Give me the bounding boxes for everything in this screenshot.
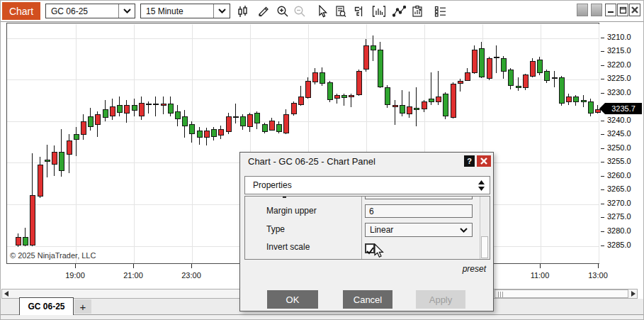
- price-tick: [601, 231, 604, 232]
- draw-line-icon[interactable]: [392, 4, 407, 18]
- candle-wick: [496, 45, 497, 73]
- window-link-button-2[interactable]: [591, 4, 602, 16]
- candle: [400, 105, 405, 114]
- price-tick: [601, 79, 604, 79]
- add-tab-button[interactable]: +: [74, 299, 91, 314]
- price-tick: [601, 38, 604, 38]
- candle-wick: [554, 71, 555, 87]
- price-tick-label: 3275.0: [607, 212, 631, 221]
- margin-upper-label: Margin upper: [266, 206, 317, 216]
- dialog-close-icon[interactable]: [477, 155, 491, 167]
- cursor-icon[interactable]: [315, 4, 329, 18]
- candle: [52, 152, 57, 165]
- time-tick-label: 11:00: [524, 271, 555, 280]
- price-tick-label: 3255.0: [607, 157, 631, 165]
- properties-section-header[interactable]: Properties: [244, 176, 490, 194]
- candle: [341, 95, 347, 98]
- candle: [30, 195, 35, 245]
- window-link-button-1[interactable]: [577, 4, 588, 16]
- toolbar: Chart GC 06-25 15 Minute: [1, 1, 644, 22]
- thumb-grip: [500, 292, 501, 297]
- candle: [124, 105, 130, 114]
- type-label: Type: [266, 224, 285, 234]
- time-tick: [75, 264, 76, 268]
- candle: [530, 61, 536, 77]
- drawing-pencil-icon[interactable]: [256, 4, 271, 18]
- chart-trader-icon[interactable]: [353, 4, 367, 18]
- price-tick: [601, 51, 604, 52]
- tab-gc-06-25[interactable]: GC 06-25: [19, 297, 74, 315]
- minimize-button[interactable]: [605, 4, 616, 16]
- scroll-right-arrow[interactable]: [628, 289, 637, 298]
- help-button[interactable]: ?: [464, 155, 475, 167]
- dialog-title-bar[interactable]: Chart - GC 06-25 - Chart Panel ?: [240, 153, 493, 170]
- price-tick-label: 3225.0: [607, 74, 631, 82]
- candle: [327, 82, 333, 100]
- candle: [233, 116, 239, 118]
- price-tick-label: 3240.0: [607, 116, 631, 124]
- price-tick-label: 3250.0: [607, 143, 631, 152]
- status-strip: [1, 315, 644, 320]
- price-tick: [601, 204, 604, 204]
- interval-selector[interactable]: 15 Minute: [140, 4, 230, 18]
- candle: [465, 72, 470, 81]
- price-tick-label: 3230.0: [607, 88, 631, 96]
- candle: [240, 116, 246, 126]
- candle: [494, 57, 499, 58]
- candle: [508, 70, 514, 86]
- time-tick: [598, 264, 599, 268]
- candle: [523, 75, 529, 88]
- candle: [175, 111, 181, 119]
- candlestick-style-icon[interactable]: [236, 4, 250, 18]
- zoom-in-icon[interactable]: [276, 4, 290, 18]
- grid-scrollbar-thumb[interactable]: [481, 236, 488, 258]
- candle: [581, 100, 587, 102]
- indicators-icon[interactable]: [371, 4, 385, 18]
- price-tick-label: 3285.0: [607, 241, 631, 249]
- candle: [132, 105, 137, 111]
- price-axis[interactable]: 3210.03215.03220.03225.03230.03240.03245…: [599, 23, 642, 264]
- price-tick: [601, 121, 604, 121]
- candle: [363, 45, 369, 70]
- candle-wick: [518, 77, 519, 91]
- properties-list-icon[interactable]: [434, 4, 448, 18]
- time-tick: [133, 264, 134, 268]
- preset-link[interactable]: preset: [463, 264, 486, 274]
- time-tick-label: 19:00: [60, 271, 91, 280]
- invert-scale-checkbox[interactable]: [365, 243, 375, 253]
- scroll-left-arrow[interactable]: [2, 289, 11, 298]
- candle: [16, 237, 21, 245]
- type-combobox-value: Linear: [366, 225, 455, 235]
- apply-button-disabled[interactable]: Apply: [416, 290, 465, 309]
- candle: [189, 124, 195, 134]
- invert-scale-label: Invert scale: [266, 242, 310, 252]
- data-series-icon[interactable]: [334, 4, 348, 18]
- maximize-button[interactable]: [617, 4, 628, 16]
- section-scroll-spinner[interactable]: [475, 180, 487, 191]
- truncated-previous-label: [283, 197, 286, 198]
- close-icon[interactable]: [629, 4, 640, 16]
- zoom-out-icon[interactable]: [293, 4, 307, 18]
- candle: [110, 106, 115, 116]
- strategies-icon[interactable]: [410, 4, 424, 18]
- price-tick: [601, 217, 604, 218]
- candle: [472, 50, 478, 73]
- candle: [182, 116, 188, 126]
- candle: [262, 124, 268, 132]
- candle: [95, 114, 101, 125]
- chart-window-tab[interactable]: Chart: [2, 2, 40, 20]
- price-tick-label: 3215.0: [607, 46, 631, 55]
- instrument-selector[interactable]: GC 06-25: [45, 4, 135, 18]
- scrollbar-thumb[interactable]: [495, 289, 628, 298]
- cancel-button[interactable]: Cancel: [343, 290, 392, 309]
- margin-upper-input[interactable]: [365, 204, 473, 218]
- candle: [422, 101, 427, 109]
- candle-wick: [416, 87, 417, 126]
- ok-button[interactable]: OK: [267, 290, 318, 309]
- candle: [516, 86, 521, 88]
- candle: [371, 45, 376, 50]
- grid-scrollbar[interactable]: [480, 197, 489, 259]
- price-tick-label: 3220.0: [607, 60, 631, 69]
- type-combobox[interactable]: Linear: [365, 223, 473, 237]
- candle: [153, 104, 159, 105]
